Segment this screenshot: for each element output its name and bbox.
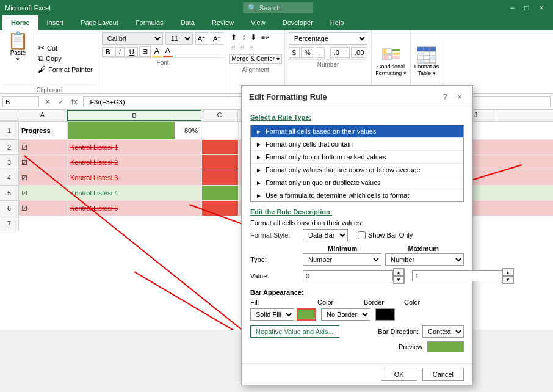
rule-bullet-4: ►: [256, 180, 262, 186]
bar-direction-select[interactable]: Context: [422, 325, 464, 330]
rule-item-3[interactable]: ► Format only values that are above or b…: [251, 164, 463, 176]
value-max-input[interactable]: [412, 270, 502, 281]
value-min-up-btn[interactable]: ▲: [393, 269, 404, 276]
rule-list: ► Format all cells based on their values…: [250, 125, 464, 202]
dialog-body: Select a Rule Type: ► Format all cells b…: [242, 107, 472, 330]
rule-bullet-0: ►: [256, 128, 262, 135]
select-rule-label[interactable]: Select a Rule Type:: [250, 114, 464, 121]
rule-text-0: Format all cells based on their values: [266, 128, 377, 135]
rule-item-5[interactable]: ► Use a formula to determine which cells…: [251, 189, 463, 201]
value-min-wrap: ▲ ▼: [303, 268, 405, 284]
type-label-spacer: [250, 245, 302, 252]
format-style-row: Format Style: Data Bar Show Bar Only: [250, 229, 464, 241]
color2-col-header: Color: [404, 299, 420, 306]
dialog-title: Edit Formatting Rule: [249, 92, 327, 101]
type-row: Type: Number Number: [250, 253, 464, 266]
fill-type-select[interactable]: Solid Fill: [250, 308, 294, 321]
value-max-wrap: ▲ ▼: [412, 268, 514, 284]
dialog-close-btn[interactable]: ×: [454, 91, 465, 102]
show-bar-only-checkbox[interactable]: [358, 231, 366, 239]
bar-direction-label: Bar Direction:: [378, 328, 419, 330]
appearance-fill-controls-row: Solid Fill No Border: [250, 308, 464, 321]
dialog-overlay: Edit Formatting Rule ? × Select a Rule T…: [0, 0, 553, 330]
rule-bullet-5: ►: [256, 192, 262, 199]
negative-value-axis-btn[interactable]: Negative Value and Axis...: [250, 325, 339, 330]
value-max-up-btn[interactable]: ▲: [502, 269, 513, 276]
format-style-select[interactable]: Data Bar: [303, 229, 348, 241]
rule-item-4[interactable]: ► Format only unique or duplicate values: [251, 176, 463, 189]
rule-text-1: Format only cells that contain: [266, 140, 353, 148]
fill-col-header: Fill: [250, 299, 287, 306]
edit-formatting-rule-dialog: Edit Formatting Rule ? × Select a Rule T…: [241, 85, 473, 330]
rule-text-5: Use a formula to determine which cells t…: [266, 192, 409, 199]
rule-text-3: Format only values that are above or bel…: [266, 166, 421, 173]
border-color-swatch[interactable]: [375, 308, 395, 321]
dialog-help-btn[interactable]: ?: [439, 91, 450, 102]
value-min-input[interactable]: [303, 270, 393, 281]
neg-value-bar-direction-row: Negative Value and Axis... Bar Direction…: [250, 325, 464, 330]
value-row: Value: ▲ ▼ ▲ ▼: [250, 268, 464, 284]
value-label: Value:: [250, 272, 299, 280]
value-max-down-btn[interactable]: ▼: [502, 276, 513, 283]
value-min-spin[interactable]: ▲ ▼: [393, 268, 405, 284]
value-max-spin[interactable]: ▲ ▼: [502, 268, 514, 284]
rule-item-1[interactable]: ► Format only cells that contain: [251, 138, 463, 151]
rule-bullet-3: ►: [256, 167, 262, 173]
dialog-controls: ? ×: [439, 91, 465, 102]
min-max-labels-row: Minimum Maximum: [250, 245, 464, 252]
format-all-cells-label: Format all cells based on their values:: [250, 219, 464, 227]
rule-item-2[interactable]: ► Format only top or bottom ranked value…: [251, 151, 463, 164]
type-max-select[interactable]: Number: [385, 253, 464, 266]
border-col-header: Border: [364, 299, 400, 306]
minimum-label: Minimum: [302, 245, 383, 252]
type-min-select[interactable]: Number: [303, 253, 381, 266]
maximum-label: Maximum: [383, 245, 464, 252]
fill-color-swatch[interactable]: [297, 308, 316, 321]
border-type-select[interactable]: No Border: [321, 308, 370, 321]
dialog-title-bar: Edit Formatting Rule ? ×: [242, 86, 472, 107]
rule-text-2: Format only top or bottom ranked values: [266, 153, 386, 161]
value-min-down-btn[interactable]: ▼: [393, 276, 404, 283]
rule-bullet-2: ►: [256, 154, 262, 161]
type-label: Type:: [250, 256, 299, 263]
rule-item-0[interactable]: ► Format all cells based on their values: [251, 125, 463, 138]
show-bar-only-label[interactable]: Show Bar Only: [358, 231, 413, 239]
edit-rule-label[interactable]: Edit the Rule Description:: [250, 208, 464, 216]
color-col-header: Color: [317, 299, 354, 306]
rule-text-4: Format only unique or duplicate values: [266, 179, 381, 186]
bar-appearance-section: Bar Appearance: Fill Color Border Color …: [250, 289, 464, 321]
bar-direction-group: Bar Direction: Context: [378, 325, 464, 330]
format-style-label: Format Style:: [250, 231, 299, 239]
rule-bullet-1: ►: [256, 141, 262, 148]
bar-appearance-title: Bar Appearance:: [250, 289, 464, 296]
appearance-header-row: Fill Color Border Color: [250, 299, 464, 306]
progress-value: 80%: [68, 127, 201, 134]
